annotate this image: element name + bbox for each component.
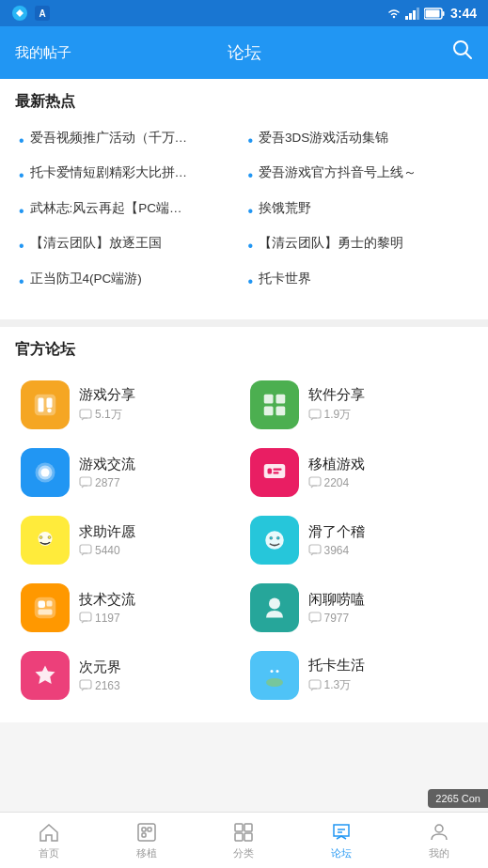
- list-item[interactable]: • 挨饿荒野: [244, 194, 474, 228]
- svg-rect-43: [80, 612, 91, 621]
- svg-rect-55: [142, 833, 146, 837]
- svg-rect-46: [80, 680, 91, 689]
- list-item[interactable]: • 托卡世界: [244, 264, 474, 299]
- forum-item[interactable]: 移植游戏 2204: [244, 439, 474, 506]
- svg-rect-3: [405, 16, 408, 20]
- forum-item-count: 5440: [79, 544, 135, 557]
- list-item[interactable]: • 爱吾游戏官方抖音号上线～: [244, 158, 474, 193]
- status-bar: A 3:44: [0, 0, 488, 26]
- list-item[interactable]: • 爱吾视频推广活动（千万…: [15, 123, 244, 158]
- app-icon-2: A: [34, 5, 51, 22]
- forum-item[interactable]: 软件分享 1.9万: [244, 371, 474, 439]
- svg-line-11: [465, 53, 471, 58]
- search-button[interactable]: [452, 39, 473, 66]
- hot-item-text: 爱吾游戏官方抖音号上线～: [259, 164, 417, 182]
- svg-rect-4: [409, 13, 412, 20]
- forum-item-info: 求助许愿 5440: [79, 523, 135, 557]
- svg-rect-38: [309, 545, 321, 553]
- forum-item-name: 滑了个稽: [308, 523, 365, 541]
- comment-icon: [79, 679, 92, 692]
- list-item[interactable]: • 【清云团队】放逐王国: [15, 228, 244, 263]
- svg-point-62: [435, 825, 443, 832]
- forum-item-info: 移植游戏 2204: [308, 456, 365, 489]
- nav-item-migrate[interactable]: 移植: [98, 815, 196, 866]
- bullet-icon: •: [19, 201, 24, 222]
- svg-point-44: [269, 597, 280, 609]
- watermark: 2265 Con: [428, 789, 488, 808]
- svg-point-36: [269, 536, 272, 539]
- comment-icon: [308, 409, 322, 422]
- forum-item-info: 游戏交流 2877: [79, 456, 135, 489]
- svg-rect-14: [47, 397, 53, 408]
- list-item[interactable]: • 【清云团队】勇士的黎明: [244, 228, 474, 263]
- forum-item-name: 技术交流: [79, 591, 135, 609]
- svg-rect-17: [263, 395, 273, 404]
- hot-item-text: 武林志:风云再起【PC端…: [30, 200, 182, 218]
- forum-item-count: 7977: [308, 612, 365, 625]
- forum-item[interactable]: 滑了个稽 3964: [244, 506, 474, 574]
- nav-item-category[interactable]: 分类: [196, 815, 293, 866]
- svg-rect-34: [80, 545, 91, 553]
- nav-item-home[interactable]: 首页: [0, 815, 98, 866]
- forum-item-info: 技术交流 1197: [79, 591, 135, 625]
- svg-point-48: [266, 678, 283, 687]
- svg-rect-6: [417, 8, 419, 20]
- svg-point-37: [276, 536, 279, 539]
- migrate-icon: [135, 821, 158, 844]
- forum-item-info: 软件分享 1.9万: [308, 386, 365, 423]
- forum-item[interactable]: 游戏交流 2877: [15, 439, 244, 506]
- forum-item[interactable]: 技术交流 1197: [15, 574, 244, 642]
- svg-rect-53: [142, 828, 146, 831]
- svg-point-47: [269, 667, 280, 678]
- comment-icon: [79, 544, 92, 557]
- nav-item-forum[interactable]: 论坛: [292, 815, 390, 866]
- list-item[interactable]: • 正当防卫4(PC端游): [15, 264, 244, 299]
- svg-point-50: [275, 670, 278, 673]
- forum-item[interactable]: 闲聊唠嗑 7977: [244, 574, 474, 642]
- list-item[interactable]: • 托卡爱情短剧精彩大比拼…: [15, 158, 244, 193]
- profile-icon: [428, 821, 450, 844]
- svg-rect-8: [442, 11, 444, 16]
- forum-item[interactable]: 求助许愿 5440: [15, 506, 244, 574]
- nav-label-migrate: 移植: [136, 846, 157, 860]
- hot-list: • 爱吾视频推广活动（千万… • 爱吾3DS游戏活动集锦 • 托卡爱情短剧精彩大…: [15, 123, 473, 299]
- svg-rect-56: [235, 824, 243, 831]
- list-item[interactable]: • 武林志:风云再起【PC端…: [15, 194, 244, 228]
- hot-item-text: 正当防卫4(PC端游): [30, 271, 142, 288]
- forum-item-name: 托卡生活: [308, 657, 365, 674]
- svg-rect-9: [425, 9, 439, 17]
- forum-item-info: 次元界 2163: [79, 659, 121, 692]
- forum-item-name: 闲聊唠嗑: [308, 591, 365, 609]
- forum-item-count: 1.3万: [308, 677, 365, 693]
- comment-icon: [79, 612, 92, 625]
- nav-item-profile[interactable]: 我的: [390, 815, 488, 866]
- forum-item-icon: [21, 583, 70, 632]
- svg-rect-16: [80, 410, 91, 418]
- svg-point-24: [41, 468, 50, 476]
- list-item[interactable]: • 爱吾3DS游戏活动集锦: [244, 123, 474, 158]
- forum-item[interactable]: 次元界 2163: [15, 642, 244, 709]
- comment-icon: [79, 476, 92, 489]
- svg-point-33: [48, 535, 51, 538]
- hot-section-title: 最新热点: [15, 92, 473, 112]
- wifi-icon: [386, 8, 401, 20]
- svg-rect-42: [39, 609, 53, 614]
- hot-item-text: 【清云团队】勇士的黎明: [259, 235, 403, 253]
- svg-rect-40: [39, 600, 46, 608]
- forum-item-info: 托卡生活 1.3万: [308, 657, 365, 693]
- my-posts-link[interactable]: 我的帖子: [15, 44, 71, 62]
- forum-item-name: 游戏分享: [79, 386, 135, 404]
- svg-rect-45: [309, 612, 321, 621]
- comment-icon: [308, 476, 322, 489]
- bullet-icon: •: [19, 236, 24, 256]
- bullet-icon: •: [248, 271, 254, 292]
- svg-point-15: [47, 409, 52, 413]
- forum-item[interactable]: 游戏分享 5.1万: [15, 371, 244, 439]
- forum-section: 官方论坛 游戏分享 5.1万 软件分享: [0, 327, 488, 722]
- svg-rect-59: [244, 833, 252, 841]
- status-time: 3:44: [450, 6, 477, 21]
- watermark-text: 2265 Con: [435, 793, 480, 804]
- forum-item[interactable]: 托卡生活 1.3万: [244, 642, 474, 709]
- forum-item-icon: [250, 380, 299, 429]
- forum-item-count: 3964: [308, 544, 365, 557]
